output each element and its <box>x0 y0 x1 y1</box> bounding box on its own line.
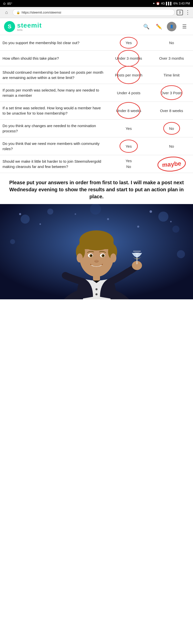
svg-point-37 <box>103 255 104 256</box>
option-under-3: Under 3 months <box>114 54 144 62</box>
tab-count[interactable]: 3 <box>177 10 183 15</box>
svg-point-5 <box>164 122 180 134</box>
alarm-icon: ⏰ <box>156 2 160 5</box>
answer-wrap: maybe <box>153 159 190 169</box>
svg-point-22 <box>137 226 139 228</box>
status-left: ⊙ 85° <box>3 2 12 6</box>
header-icons: 🔍 ✏️ 👤 ☰ <box>142 22 189 31</box>
signal-strength: 85° <box>7 2 12 6</box>
question-text: Do you think that we need more members w… <box>3 141 100 151</box>
svg-point-25 <box>95 288 98 290</box>
search-button[interactable]: 🔍 <box>142 22 151 31</box>
conclusion-section: Please put your answers in order from fi… <box>0 173 193 204</box>
svg-point-2 <box>117 66 140 84</box>
browser-menu-icon[interactable]: ⋮ <box>185 9 190 16</box>
conclusion-text: Please put your answers in order from fi… <box>5 179 188 200</box>
question-cell: How often should this take place? <box>0 51 107 66</box>
answer-cell-1: Under 8 weeks <box>107 102 150 120</box>
option-no: No <box>166 124 177 133</box>
brand-name-wrap: steemit beta <box>17 22 42 31</box>
answer-cell-1: Posts per month <box>107 66 150 84</box>
option-yes: Yes <box>126 159 132 163</box>
table-row: How often should this take place? Under … <box>0 51 193 66</box>
time-display: 3:43 PM <box>179 2 190 5</box>
question-text: If a set time was selected. How long wou… <box>3 106 101 115</box>
option-no: No <box>126 164 131 169</box>
svg-point-19 <box>170 221 172 222</box>
table-row: If a set time was selected. How long wou… <box>0 102 193 120</box>
network-icon: 4G <box>161 2 165 5</box>
answer-cell-1: Yes No <box>107 155 150 173</box>
svg-point-35 <box>102 254 105 257</box>
answer-wrap: Under 8 weeks <box>110 107 148 115</box>
answer-cell-2: No <box>150 137 193 155</box>
circle-svg <box>163 121 181 136</box>
leo-svg <box>0 204 193 299</box>
circle-svg <box>156 155 187 173</box>
circle-svg <box>116 101 141 120</box>
signal-icon: ⊙ <box>3 2 6 6</box>
svg-point-21 <box>75 213 76 215</box>
menu-button[interactable]: ☰ <box>180 22 189 31</box>
question-text: Do you think any changes are needed to t… <box>3 124 96 133</box>
meme-image <box>0 204 193 299</box>
option-maybe: maybe <box>160 158 183 170</box>
svg-point-18 <box>150 210 152 213</box>
svg-point-36 <box>91 255 92 256</box>
option-yes: Yes <box>123 142 134 150</box>
edit-button[interactable]: ✏️ <box>154 22 163 31</box>
option-no: No <box>169 144 174 148</box>
app-header: S steemit beta 🔍 ✏️ 👤 ☰ <box>0 18 193 35</box>
circle-svg <box>117 49 140 68</box>
question-text: If posts per month was selected, how man… <box>3 88 99 98</box>
answer-cell-2: No <box>150 35 193 51</box>
question-cell: Do you think that we need more members w… <box>0 137 107 155</box>
brand-logo: S <box>4 21 15 32</box>
url-bar[interactable]: 🔒 https://steemit.com/steemsi <box>13 9 175 16</box>
home-button[interactable]: ⌂ <box>3 9 11 17</box>
svg-point-1 <box>118 50 139 66</box>
circle-svg <box>119 139 138 154</box>
svg-point-39 <box>77 253 83 262</box>
svg-point-10 <box>47 209 53 215</box>
svg-point-3 <box>161 86 182 100</box>
question-cell: Do you think any changes are needed to t… <box>0 120 107 137</box>
survey-table: Do you support the membership list clear… <box>0 35 193 173</box>
answer-cell-2: Time limit <box>150 66 193 84</box>
option-time-limit: Time limit <box>164 73 180 77</box>
table-row: Do you support the membership list clear… <box>0 35 193 51</box>
answer-cell-2: maybe <box>150 155 193 173</box>
table-row: Should we make it little bit harder to t… <box>0 155 193 173</box>
lock-icon: 🔒 <box>16 11 20 14</box>
svg-point-17 <box>39 223 41 225</box>
leo-figure <box>0 204 193 299</box>
table-row: Do you think any changes are needed to t… <box>0 120 193 137</box>
answer-cell-1: Yes <box>107 137 150 155</box>
browser-bar: ⌂ 🔒 https://steemit.com/steemsi 3 ⋮ <box>0 7 193 18</box>
answer-cell-2: Over 3 Posts <box>150 84 193 102</box>
option-no: No <box>169 41 174 45</box>
svg-point-40 <box>110 253 116 262</box>
answer-wrap: Posts per month <box>110 71 148 79</box>
table-row: Should continued membership be based on … <box>0 66 193 84</box>
option-yes: Yes <box>126 126 132 131</box>
answer-cell-1: Under 3 months <box>107 51 150 66</box>
option-under-4: Under 4 posts <box>117 91 140 95</box>
answer-wrap: Over 3 Posts <box>153 89 190 97</box>
svg-point-7 <box>157 156 186 172</box>
table-row: Do you think that we need more members w… <box>0 137 193 155</box>
svg-point-9 <box>21 215 30 224</box>
svg-point-14 <box>177 250 185 258</box>
brand: S steemit beta <box>4 21 42 32</box>
answer-cell-1: Under 4 posts <box>107 84 150 102</box>
question-cell: Should continued membership be based on … <box>0 66 107 84</box>
battery-level: 6% <box>173 2 178 5</box>
option-yes: Yes <box>123 39 134 47</box>
table-row: If posts per month was selected, how man… <box>0 84 193 102</box>
status-bar: ⊙ 85° ✦ ⏰ 4G ▌▌▌ 6% 3:43 PM <box>0 0 193 7</box>
answer-wrap: Yes <box>110 39 148 47</box>
question-cell: If a set time was selected. How long wou… <box>0 102 107 120</box>
avatar-button[interactable]: 👤 <box>167 22 176 31</box>
option-over-3: Over 3 months <box>159 56 184 60</box>
svg-point-34 <box>89 254 92 257</box>
